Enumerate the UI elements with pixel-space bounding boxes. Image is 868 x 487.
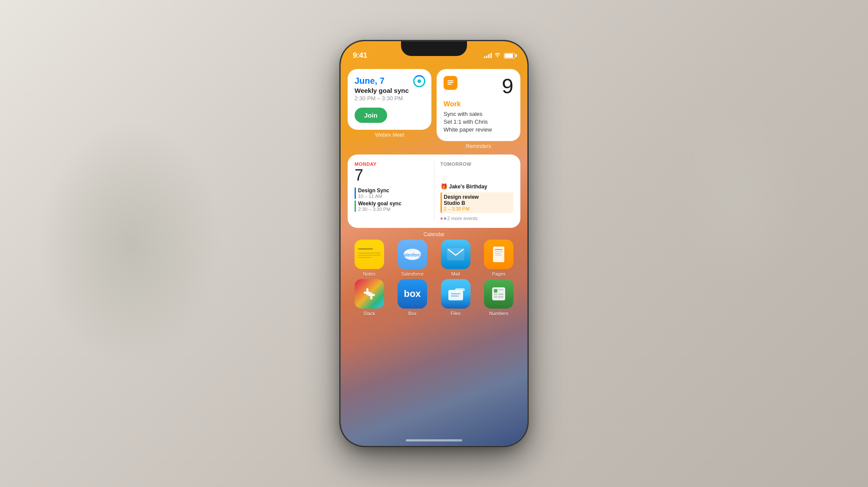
app-numbers[interactable]: Numbers [481, 279, 517, 316]
svg-rect-16 [448, 290, 463, 300]
today-label: MONDAY [355, 161, 428, 167]
svg-text:salesforce: salesforce [403, 253, 421, 257]
svg-rect-20 [494, 289, 497, 293]
svg-rect-23 [498, 293, 503, 295]
calendar-tomorrow: TOMORROW 🎁 Jake's Birthday Design review… [434, 161, 514, 221]
event-design-sync: Design Sync 10 – 11 AM [355, 188, 428, 199]
signal-icon [484, 53, 492, 58]
svg-rect-18 [451, 296, 459, 296]
today-date: 7 [355, 168, 428, 183]
more-events: 2 more events [441, 216, 514, 221]
notch [401, 41, 467, 56]
svg-rect-17 [451, 293, 460, 294]
svg-rect-24 [494, 296, 497, 298]
svg-text:box: box [404, 288, 421, 299]
webex-event-title: Weekly goal sync [355, 87, 424, 94]
svg-rect-25 [498, 296, 503, 298]
calendar-widget[interactable]: MONDAY 7 Design Sync 10 – 11 AM Weekly g… [348, 155, 520, 237]
reminder-item-1: Sync with sales [444, 111, 513, 117]
gift-icon: 🎁 [441, 183, 447, 190]
svg-rect-6 [493, 247, 504, 262]
svg-rect-10 [495, 255, 502, 256]
svg-rect-7 [495, 249, 503, 250]
app-box[interactable]: box Box [395, 279, 431, 316]
svg-rect-8 [495, 251, 503, 252]
join-button[interactable]: Join [355, 108, 387, 123]
reminders-icon [444, 76, 457, 90]
wifi-icon [494, 52, 501, 59]
calendar-today: MONDAY 7 Design Sync 10 – 11 AM Weekly g… [355, 161, 434, 221]
event-weekly-goal: Weekly goal sync 2:30 – 3:30 PM [355, 201, 428, 212]
tomorrow-label: TOMORROW [441, 161, 514, 167]
reminders-count: 9 [502, 76, 513, 97]
event-design-review: Design review Studio B 2 – 3:30 PM [441, 192, 514, 213]
svg-rect-13 [364, 292, 371, 294]
reminders-category: Work [444, 100, 513, 108]
reminder-item-2: Set 1:1 with Chris [444, 118, 513, 125]
calendar-label: Calendar [348, 231, 520, 237]
birthday-row: 🎁 Jake's Birthday [441, 183, 514, 190]
app-salesforce[interactable]: salesforce Salesforce [395, 240, 431, 276]
app-notes[interactable]: Notes [351, 240, 388, 276]
svg-rect-1 [447, 82, 454, 83]
svg-rect-2 [447, 84, 452, 85]
app-slack[interactable]: Slack [351, 279, 388, 316]
battery-icon [504, 53, 515, 59]
svg-rect-14 [368, 294, 375, 296]
webex-label: Webex Meet [348, 132, 431, 138]
webex-widget[interactable]: June, 7 Weekly goal sync 2:30 PM – 3:30 … [348, 69, 431, 149]
reminders-widget[interactable]: 9 Work Sync with sales Set 1:1 with Chri… [437, 69, 520, 149]
reminder-item-3: White paper review [444, 126, 513, 133]
app-pages[interactable]: Pages [481, 240, 517, 276]
svg-rect-21 [498, 289, 503, 290]
app-mail[interactable]: Mail [437, 240, 474, 276]
status-icons [484, 52, 515, 59]
app-grid-row2: Slack box Box [348, 279, 520, 316]
svg-rect-22 [494, 293, 497, 295]
reminders-label: Reminders [437, 143, 520, 149]
status-time: 9:41 [353, 51, 367, 60]
webex-icon [413, 75, 425, 87]
svg-rect-9 [495, 253, 501, 254]
home-indicator[interactable] [406, 439, 462, 441]
home-content: June, 7 Weekly goal sync 2:30 PM – 3:30 … [341, 64, 527, 320]
svg-rect-0 [447, 80, 454, 81]
widget-row-1: June, 7 Weekly goal sync 2:30 PM – 3:30 … [348, 69, 520, 149]
webex-event-time: 2:30 PM – 3:30 PM [355, 95, 424, 102]
birthday-text: Jake's Birthday [449, 184, 487, 190]
phone-frame: 9:41 [341, 41, 527, 446]
phone-screen: 9:41 [341, 41, 527, 446]
app-grid-row1: Notes salesforce Salesforce [348, 240, 520, 276]
app-files[interactable]: Files [437, 279, 474, 316]
